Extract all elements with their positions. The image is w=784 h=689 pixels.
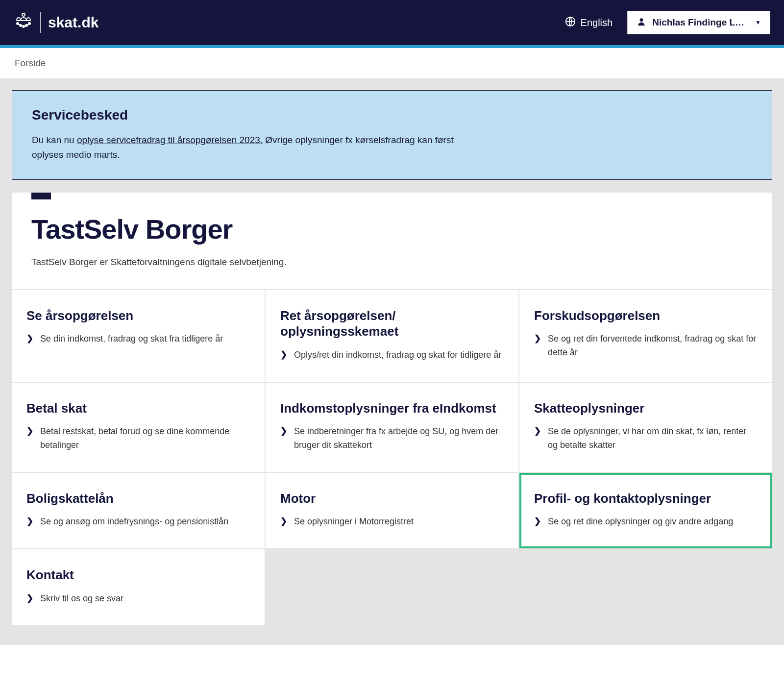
chevron-right-icon: ❯ [26, 333, 33, 344]
chevron-right-icon: ❯ [26, 593, 33, 603]
tile-desc: Betal restskat, betal forud og se dine k… [40, 425, 250, 452]
chevron-right-icon: ❯ [534, 426, 541, 436]
globe-icon [565, 16, 576, 29]
user-icon [637, 17, 646, 29]
chevron-right-icon: ❯ [26, 426, 33, 436]
language-switch[interactable]: English [565, 16, 613, 29]
chevron-right-icon: ❯ [534, 516, 541, 526]
user-menu-button[interactable]: Nichlas Findinge L… ▼ [627, 11, 770, 34]
tile-boligskattelaan[interactable]: Boligskattelån ❯Se og ansøg om indefrysn… [12, 473, 265, 548]
tile-motor[interactable]: Motor ❯Se oplysninger i Motorregistret [266, 473, 518, 548]
tile-title: Skatteoplysninger [534, 400, 758, 417]
crown-icon [14, 12, 33, 33]
tile-desc: Se din indkomst, fradrag og skat fra tid… [40, 332, 223, 346]
title-accent [31, 193, 51, 199]
tile-title: Profil- og kontaktoplysninger [534, 491, 758, 507]
tile-title: Indkomstoplysninger fra eIndkomst [280, 400, 504, 417]
tile-betal-skat[interactable]: Betal skat ❯Betal restskat, betal forud … [12, 383, 265, 472]
tile-desc: Se indberetninger fra fx arbejde og SU, … [294, 425, 504, 452]
tile-title: Forskudsopgørelsen [534, 308, 758, 324]
svg-point-7 [640, 18, 643, 22]
tile-desc: Se og ansøg om indefrysnings- og pension… [40, 515, 228, 529]
tile-forskudsopgoerelsen[interactable]: Forskudsopgørelsen ❯Se og ret din forven… [519, 290, 772, 382]
tile-desc: Oplys/ret din indkomst, fradrag og skat … [294, 348, 501, 362]
tile-kontakt[interactable]: Kontakt ❯Skriv til os og se svar [12, 549, 265, 625]
tile-desc: Skriv til os og se svar [40, 592, 123, 606]
svg-point-2 [20, 25, 22, 26]
tile-indkomstoplysninger[interactable]: Indkomstoplysninger fra eIndkomst ❯Se in… [266, 383, 518, 472]
svg-point-4 [25, 25, 27, 26]
page-content: Servicebesked Du kan nu oplyse servicefr… [0, 78, 784, 645]
notice-text: Du kan nu oplyse servicefradrag til årso… [32, 133, 473, 163]
svg-point-5 [28, 23, 30, 25]
tile-desc: Se og ret dine oplysninger og giv andre … [548, 515, 733, 529]
svg-point-3 [23, 25, 24, 27]
chevron-right-icon: ❯ [280, 349, 287, 360]
svg-point-1 [17, 23, 19, 25]
tile-desc: Se oplysninger i Motorregistret [294, 515, 414, 529]
tile-se-aarsopgoerelsen[interactable]: Se årsopgørelsen ❯Se din indkomst, fradr… [12, 290, 265, 382]
logo-divider [40, 12, 41, 33]
chevron-right-icon: ❯ [280, 516, 287, 526]
tile-grid: Se årsopgørelsen ❯Se din indkomst, fradr… [12, 290, 772, 625]
chevron-down-icon: ▼ [755, 19, 761, 26]
notice-text-before: Du kan nu [32, 135, 77, 145]
title-card: TastSelv Borger TastSelv Borger er Skatt… [12, 193, 772, 289]
chevron-right-icon: ❯ [26, 516, 33, 526]
language-label: English [581, 17, 613, 28]
page-title: TastSelv Borger [31, 213, 753, 245]
tile-desc: Se de oplysninger, vi har om din skat, f… [548, 425, 758, 452]
user-name: Nichlas Findinge L… [652, 17, 744, 28]
breadcrumb: Forside [0, 48, 784, 78]
chevron-right-icon: ❯ [534, 333, 541, 344]
header: skat.dk English Nichlas Findinge L… ▼ [0, 0, 784, 45]
tile-title: Se årsopgørelsen [26, 308, 250, 324]
breadcrumb-home[interactable]: Forside [15, 58, 46, 68]
tile-title: Motor [280, 491, 504, 507]
tile-title: Ret årsopgørelsen/ oplysningsskemaet [280, 308, 504, 340]
header-right: English Nichlas Findinge L… ▼ [565, 11, 770, 34]
tile-profil-kontaktoplysninger[interactable]: Profil- og kontaktoplysninger ❯Se og ret… [519, 473, 772, 548]
tile-title: Boligskattelån [26, 491, 250, 507]
tile-skatteoplysninger[interactable]: Skatteoplysninger ❯Se de oplysninger, vi… [519, 383, 772, 472]
service-notice: Servicebesked Du kan nu oplyse servicefr… [12, 90, 772, 180]
svg-point-0 [22, 13, 25, 16]
tile-desc: Se og ret din forventede indkomst, fradr… [548, 332, 758, 360]
tile-title: Kontakt [26, 567, 250, 583]
tile-ret-aarsopgoerelsen[interactable]: Ret årsopgørelsen/ oplysningsskemaet ❯Op… [266, 290, 518, 382]
notice-title: Servicebesked [32, 107, 752, 123]
logo-text: skat.dk [48, 14, 98, 31]
notice-link[interactable]: oplyse servicefradrag til årsopgørelsen … [77, 135, 263, 145]
tile-title: Betal skat [26, 400, 250, 417]
page-subtitle: TastSelv Borger er Skatteforvaltningens … [31, 257, 753, 268]
chevron-right-icon: ❯ [280, 426, 287, 436]
logo[interactable]: skat.dk [14, 12, 98, 33]
